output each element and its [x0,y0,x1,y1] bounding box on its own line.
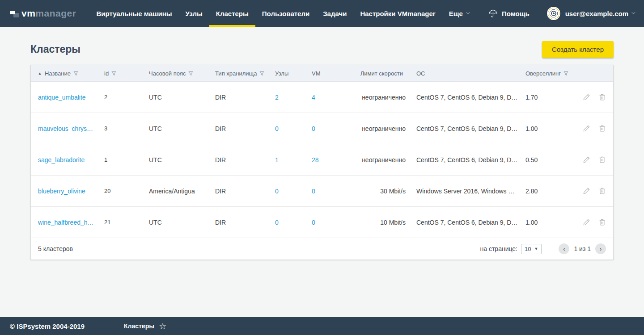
cluster-name-link[interactable]: antique_umbalite [38,94,86,101]
table-row: antique_umbalite2UTCDIR24неограниченноCe… [31,82,613,113]
cluster-id: 2 [104,94,149,100]
column-label: Узлы [275,70,288,77]
nav-item-label: Пользователи [262,10,309,17]
edit-button[interactable] [583,93,590,101]
delete-button[interactable] [598,187,606,195]
nav-item-6[interactable]: Настройки VMmanager [353,0,442,27]
cluster-vm-link[interactable]: 4 [312,94,315,101]
row-actions [570,125,606,132]
vmmanager-logo-icon [10,10,19,17]
column-header-name[interactable]: ▲Название [38,70,104,77]
cluster-nodes-link[interactable]: 2 [275,94,279,101]
pencil-icon [583,93,590,101]
vmmanager-logo[interactable]: vmmanager [10,8,76,19]
nav-item-1[interactable]: Виртуальные машины [89,0,178,27]
cluster-name-link[interactable]: wine_halfbreed_h… [38,219,94,226]
edit-button[interactable] [583,156,590,163]
cluster-name-link[interactable]: sage_labradorite [38,156,85,163]
table-row: sage_labradorite1UTCDIR128неограниченноC… [31,144,613,176]
filter-funnel-icon[interactable] [188,71,193,76]
row-actions [570,187,606,195]
chevron-down-icon [631,10,635,14]
bottom-footer: © ISPsystem 2004-2019 Кластеры ☆ [0,317,644,335]
delete-button[interactable] [598,93,606,101]
row-actions [570,156,606,163]
cluster-os-list: CentOS 7, CentOS 6, Debian 9, D… [406,94,522,101]
filter-funnel-icon[interactable] [111,71,116,76]
next-page-button[interactable]: › [595,243,606,254]
filter-funnel-icon[interactable] [564,71,568,76]
cluster-nodes-link[interactable]: 1 [275,156,279,163]
cluster-speed-limit: неограниченно [356,94,406,101]
column-label: Часовой пояс [149,70,186,77]
column-header-vm[interactable]: VM [312,70,356,77]
cluster-vm-link[interactable]: 0 [312,219,315,226]
filter-funnel-icon[interactable] [259,71,264,76]
nav-item-2[interactable]: Узлы [179,0,209,27]
cluster-overselling: 1.00 [522,219,570,226]
cluster-vm-link[interactable]: 0 [312,188,315,195]
column-header-limit[interactable]: Лимит скорости [356,70,406,77]
copyright: © ISPsystem 2004-2019 [10,322,85,330]
page-title: Кластеры [30,43,80,55]
cluster-storage-type: DIR [215,219,275,226]
cluster-timezone: America/Antigua [149,188,215,195]
page-content: Кластеры Создать кластер ▲НазваниеidЧасо… [0,41,644,260]
column-header-storage[interactable]: Тип хранилища [215,70,275,77]
cluster-name-link[interactable]: blueberry_olivine [38,188,85,195]
top-navbar: vmmanager Виртуальные машиныУзлыКластеры… [0,0,644,27]
per-page-select[interactable]: 10 ▼ [521,244,542,254]
nav-item-label: Узлы [186,10,203,17]
per-page-label: на странице: [480,245,517,252]
nav-item-4[interactable]: Пользователи [255,0,316,27]
trash-icon [598,125,606,132]
prev-page-button[interactable]: ‹ [559,243,569,254]
cluster-name-link[interactable]: mauvelous_chrys… [38,125,93,132]
nav-item-label: Настройки VMmanager [360,10,435,17]
pencil-icon [583,125,590,132]
column-header-os[interactable]: ОС [406,70,522,77]
page-header: Кластеры Создать кластер [30,41,614,58]
cluster-vm-link[interactable]: 28 [312,156,319,163]
cluster-timezone: UTC [149,156,215,163]
edit-button[interactable] [583,187,590,195]
column-label: id [104,70,109,77]
help-button[interactable]: Помощь [488,9,530,18]
column-label: Оверселлинг [525,70,561,77]
column-label: Тип хранилища [215,70,257,77]
page-info: 1 из 1 [574,245,591,252]
delete-button[interactable] [598,125,606,132]
edit-button[interactable] [583,125,590,132]
cluster-nodes-link[interactable]: 0 [275,219,279,226]
cluster-speed-limit: 30 Mbit/s [356,188,406,195]
row-actions [570,218,606,226]
pagination: на странице: 10 ▼ ‹ 1 из 1 › [480,243,606,254]
footer-bookmark-label[interactable]: Кластеры [124,322,154,330]
cluster-nodes-link[interactable]: 0 [275,125,279,132]
filter-funnel-icon[interactable] [73,71,78,76]
cluster-id: 1 [104,156,149,163]
create-cluster-button[interactable]: Создать кластер [542,41,614,58]
row-actions [570,93,606,101]
cluster-timezone: UTC [149,219,215,226]
column-header-timezone[interactable]: Часовой пояс [149,70,215,77]
nav-item-5[interactable]: Задачи [316,0,353,27]
column-header-id[interactable]: id [104,70,149,77]
column-header-nodes[interactable]: Узлы [275,70,312,77]
bookmark-star-icon[interactable]: ☆ [159,321,166,331]
delete-button[interactable] [598,218,606,226]
column-header-overselling[interactable]: Оверселлинг [522,70,570,77]
user-menu[interactable]: user@example.com [547,6,634,21]
table-body: antique_umbalite2UTCDIR24неограниченноCe… [31,82,613,238]
cluster-vm-link[interactable]: 0 [312,125,315,132]
nav-item-3[interactable]: Кластеры [209,0,255,27]
cluster-storage-type: DIR [215,94,275,101]
nav-item-label: Виртуальные машины [96,10,172,17]
edit-button[interactable] [583,218,590,226]
trash-icon [598,187,606,195]
delete-button[interactable] [598,156,606,163]
sort-asc-icon: ▲ [38,71,42,75]
cluster-os-list: CentOS 7, CentOS 6, Debian 9, D… [406,219,522,226]
nav-item-7[interactable]: Еще [442,0,475,27]
cluster-nodes-link[interactable]: 0 [275,188,279,195]
